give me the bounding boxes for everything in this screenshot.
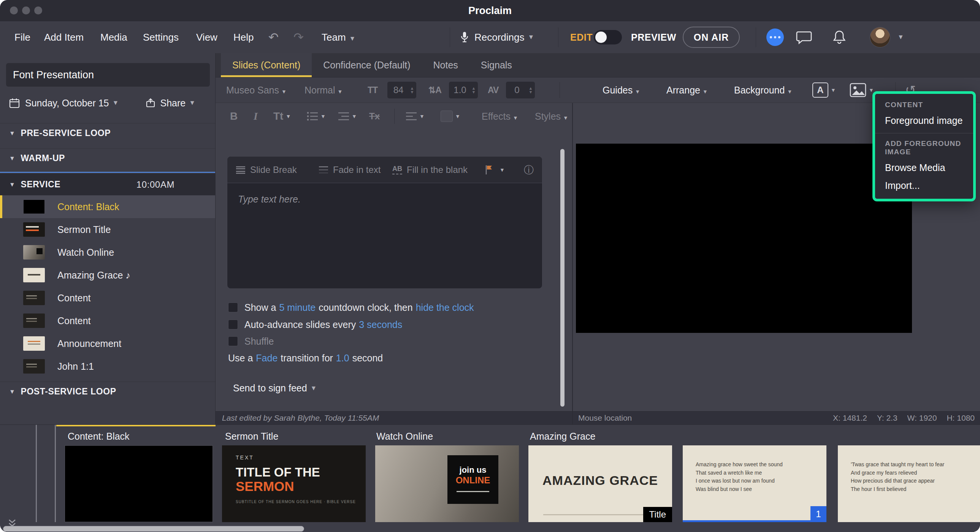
- service-item-watch-online[interactable]: Watch Online: [0, 241, 215, 264]
- chat-icon[interactable]: [796, 30, 812, 45]
- countdown-checkbox[interactable]: [228, 302, 238, 312]
- fade-in-text-button[interactable]: Fade in text: [318, 165, 380, 175]
- slide-text-input[interactable]: Type text here.: [228, 183, 542, 216]
- stepper-arrows-icon[interactable]: ▲▼: [528, 86, 535, 94]
- foreground-image-dropdown[interactable]: ▼: [850, 83, 874, 97]
- info-icon[interactable]: ⓘ: [524, 163, 534, 176]
- styles-dropdown[interactable]: Styles▼: [535, 111, 568, 122]
- alignment-dropdown[interactable]: ▼: [406, 112, 425, 121]
- filmstrip-group-label[interactable]: Watch Online: [376, 431, 433, 442]
- text-case-icon: Tt: [273, 110, 283, 122]
- text-frame-dropdown[interactable]: A ▼: [812, 83, 836, 98]
- service-item-sermon-title[interactable]: Sermon Title: [0, 218, 215, 241]
- section-post-service-loop[interactable]: ▼ POST-SERVICE LOOP: [0, 381, 215, 401]
- section-service[interactable]: ▼ SERVICE 10:00AM: [0, 173, 215, 195]
- undo-icon[interactable]: ↶: [268, 30, 278, 44]
- auto-advance-option-row: Auto-advance slides every 3 seconds: [228, 318, 405, 331]
- menu-help[interactable]: Help: [234, 32, 253, 43]
- proclaim-window: Proclaim File Add Item Media Settings Vi…: [0, 0, 980, 532]
- filmstrip-group-label[interactable]: Amazing Grace: [530, 431, 595, 442]
- slide-editor-panel: B I Tt▼ ▼ ▼ Tx ▼ ▼ Effects▼ Styles▼: [216, 103, 572, 411]
- slide-thumb-amazing-grace-verse2[interactable]: 'Twas grace that taught my heart to fear…: [838, 445, 980, 522]
- countdown-minutes-link[interactable]: 5 minute: [279, 302, 315, 313]
- slide-thumb-content-black[interactable]: [65, 445, 213, 522]
- slide-thumb-amazing-grace-title[interactable]: AMAZING GRACE Title: [528, 445, 672, 522]
- bullet-list-icon: [307, 111, 318, 121]
- italic-icon[interactable]: I: [253, 110, 258, 122]
- bullet-list-dropdown[interactable]: ▼: [307, 111, 326, 121]
- more-options-icon[interactable]: [766, 29, 784, 46]
- chevron-down-icon: ▼: [563, 114, 568, 121]
- indent-list-icon: [338, 111, 349, 121]
- tab-notes[interactable]: Notes: [422, 53, 469, 77]
- chevron-down-icon: ▼: [281, 89, 286, 95]
- service-date-dropdown[interactable]: Sunday, October 15: [25, 98, 109, 109]
- section-warm-up[interactable]: ▼ WARM-UP: [0, 148, 215, 168]
- text-case-dropdown[interactable]: Tt▼: [273, 110, 291, 122]
- menu-add-item[interactable]: Add Item: [44, 32, 84, 43]
- background-dropdown[interactable]: Background▼: [734, 85, 792, 96]
- on-air-button[interactable]: ON AIR: [683, 27, 740, 48]
- font-family-dropdown[interactable]: Museo Sans▼: [226, 85, 286, 96]
- font-size-stepper[interactable]: 84 ▲▼: [387, 82, 416, 98]
- hide-clock-link[interactable]: hide the clock: [416, 302, 474, 313]
- menu-item-browse-media[interactable]: Browse Media: [885, 162, 973, 173]
- arrange-dropdown[interactable]: Arrange▼: [667, 85, 708, 96]
- bold-icon[interactable]: B: [230, 110, 238, 122]
- menu-item-import[interactable]: Import...: [885, 180, 973, 191]
- text-color-dropdown[interactable]: ▼: [441, 111, 460, 122]
- slide-thumb-watch-online[interactable]: join us ONLINE: [375, 445, 519, 522]
- menu-view[interactable]: View: [196, 32, 218, 43]
- menu-media[interactable]: Media: [100, 32, 127, 43]
- tab-signals[interactable]: Signals: [469, 53, 523, 77]
- menu-item-foreground-image[interactable]: Foreground image: [885, 115, 973, 126]
- transition-type-link[interactable]: Fade: [256, 353, 277, 364]
- menu-settings[interactable]: Settings: [143, 32, 179, 43]
- stepper-arrows-icon[interactable]: ▲▼: [471, 86, 478, 94]
- slide-thumb-sermon-title[interactable]: TEXT TITLE OF THE SERMON SUBTITLE OF THE…: [222, 445, 366, 522]
- fill-in-the-blank-button[interactable]: AB Fill in the blank: [392, 165, 468, 175]
- horizontal-scrollbar[interactable]: [3, 526, 304, 532]
- service-item-amazing-grace[interactable]: Amazing Grace ♪: [0, 264, 215, 286]
- advance-seconds-link[interactable]: 3 seconds: [359, 319, 402, 330]
- team-dropdown[interactable]: Team▼: [321, 32, 355, 43]
- tab-slides-content[interactable]: Slides (Content): [221, 53, 312, 77]
- share-button[interactable]: Share ▼: [146, 98, 196, 109]
- menu-file[interactable]: File: [14, 32, 30, 43]
- transition-duration-link[interactable]: 1.0: [336, 353, 349, 364]
- letter-spacing-stepper[interactable]: 0 ▲▼: [506, 82, 535, 98]
- user-avatar[interactable]: [870, 27, 890, 48]
- stepper-arrows-icon[interactable]: ▲▼: [409, 86, 416, 94]
- guides-dropdown[interactable]: Guides▼: [603, 85, 640, 96]
- slide-flag-dropdown[interactable]: ▼: [485, 165, 505, 175]
- chevron-down-icon: ▼: [352, 113, 357, 119]
- service-item-content-1[interactable]: Content: [0, 286, 215, 309]
- section-pre-service-loop[interactable]: ▼ PRE-SERVICE LOOP: [0, 123, 215, 143]
- send-to-sign-feed-dropdown[interactable]: Send to sign feed ▼: [233, 383, 317, 394]
- editor-scrollbar[interactable]: [560, 149, 565, 407]
- recordings-dropdown[interactable]: Recordings ▼: [460, 31, 534, 43]
- effects-dropdown[interactable]: Effects▼: [482, 111, 518, 122]
- paragraph-style-dropdown[interactable]: Normal▼: [304, 85, 342, 96]
- chevron-down-icon[interactable]: ▼: [897, 33, 904, 41]
- service-item-content-2[interactable]: Content: [0, 309, 215, 332]
- clear-formatting-icon[interactable]: Tx: [369, 111, 380, 122]
- service-item-announcement[interactable]: Announcement: [0, 332, 215, 355]
- slide-thumb-amazing-grace-verse1[interactable]: Amazing grace how sweet the sound That s…: [683, 445, 826, 522]
- filmstrip-group-label[interactable]: Sermon Title: [225, 431, 278, 442]
- tab-confidence-default[interactable]: Confidence (Default): [312, 53, 422, 77]
- slide-break-button[interactable]: Slide Break: [236, 165, 297, 175]
- add-foreground-image-header: ADD FOREGROUND IMAGE: [885, 140, 973, 156]
- line-height-stepper[interactable]: 1.0 ▲▼: [449, 82, 478, 98]
- share-icon: [146, 98, 156, 108]
- filmstrip-group-label[interactable]: Content: Black: [68, 431, 130, 442]
- redo-icon[interactable]: ↷: [293, 30, 304, 44]
- notifications-bell-icon[interactable]: [832, 30, 846, 45]
- auto-advance-checkbox[interactable]: [228, 319, 238, 329]
- indent-list-dropdown[interactable]: ▼: [338, 111, 357, 121]
- shuffle-checkbox[interactable]: [228, 336, 238, 346]
- service-item-john-1-1[interactable]: John 1:1: [0, 355, 215, 378]
- edit-preview-toggle[interactable]: [594, 30, 622, 44]
- chevron-down-icon: ▼: [189, 99, 196, 107]
- service-item-content-black[interactable]: Content: Black: [0, 195, 215, 218]
